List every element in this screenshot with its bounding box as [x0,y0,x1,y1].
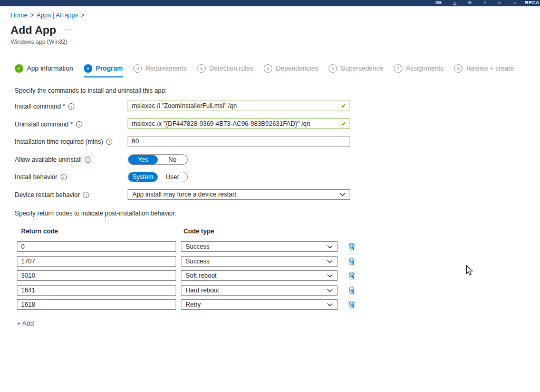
tab-app-information[interactable]: ✓ App information [15,64,73,77]
return-code-field [17,256,176,267]
column-header-code-type: Code type [184,228,214,235]
toggle-option-user[interactable]: User [158,172,187,182]
trash-icon [348,271,355,280]
page-subtitle: Windows app (Win32) [11,38,68,45]
return-code-field [17,270,176,281]
feedback-icon[interactable]: ☺ [497,1,502,5]
return-code-input[interactable] [17,256,176,267]
uninstall-command-field: ✓ [128,119,350,129]
tab-review-create[interactable]: 8 Review + create [454,64,514,77]
breadcrumb-separator: > [30,12,34,19]
return-code-input[interactable] [17,285,176,296]
info-icon[interactable]: i [68,103,74,110]
trash-icon [348,300,355,309]
install-time-input[interactable] [128,136,350,146]
info-icon[interactable]: i [83,192,89,198]
tab-supersedence[interactable]: 6 Supersedence [329,64,383,77]
label-text: Device restart behavior [15,191,80,199]
return-code-input[interactable] [17,270,176,281]
label-text: Install behavior [15,173,57,181]
tab-detection-rules[interactable]: 4 Detection rules [197,64,253,77]
step-label: App information [27,65,73,72]
step-complete-check-icon: ✓ [15,64,23,73]
trash-icon [348,286,355,295]
info-icon[interactable]: i [106,139,112,145]
step-number-badge: 2 [84,64,92,73]
breadcrumb-home-link[interactable]: Home [11,12,27,19]
install-command-label: Install command * i [15,103,74,110]
selected-option: App install may force a device restart [132,191,236,198]
step-number-badge: 4 [197,64,206,73]
delete-row-button[interactable] [348,271,355,280]
delete-row-button[interactable] [348,242,355,251]
tab-dependencies[interactable]: 5 Dependencies [264,64,318,77]
return-code-field [17,285,176,296]
add-app-page: ⌨ △ ⚙ ? ☺ ○ RECA Home>Apps | All apps> A… [0,0,540,392]
install-command-input[interactable] [128,101,350,111]
selected-option: Success [186,243,209,250]
breadcrumb-separator: > [81,12,84,19]
step-label: Assignments [406,65,444,72]
toggle-option-system[interactable]: System [128,172,158,182]
mouse-cursor [466,265,474,277]
tab-program[interactable]: 2 Program [84,64,123,77]
code-type-select[interactable]: Success [181,241,338,252]
code-type-select[interactable]: Hard reboot [181,285,338,296]
allow-available-uninstall-label: Allow available uninstall i [15,156,91,163]
breadcrumb-apps-link[interactable]: Apps | All apps [36,12,78,19]
return-code-field [17,241,176,252]
delete-row-button[interactable] [348,300,355,309]
tab-requirements[interactable]: 3 Requirements [133,64,187,77]
selected-option: Success [186,258,209,265]
device-restart-behavior-select[interactable]: App install may force a device restart [128,189,350,200]
add-return-code-button[interactable]: + Add [17,320,34,327]
label-text: Installation time required (mins) [15,138,103,145]
step-label: Dependencies [276,65,318,72]
return-code-row: Success [17,241,360,252]
install-behavior-label: Install behavior i [15,173,67,181]
return-codes-heading: Specify return codes to indicate post-in… [15,210,177,217]
label-text: Allow available uninstall [15,156,82,163]
trash-icon [348,242,355,251]
uninstall-command-input[interactable] [128,119,350,129]
page-title: Add App [11,24,56,36]
selected-option: Retry [186,301,201,308]
return-code-input[interactable] [17,241,176,252]
notifications-icon[interactable]: △ [453,1,456,5]
return-code-input[interactable] [17,299,176,310]
account-icon[interactable]: ○ [513,1,516,5]
step-label: Program [96,65,123,72]
code-type-select[interactable]: Success [181,256,338,267]
toggle-option-yes[interactable]: Yes [128,155,158,164]
info-icon[interactable]: i [85,156,91,163]
label-text: Uninstall command * [15,121,73,128]
step-number-badge: 6 [329,64,337,73]
title-context-menu-button[interactable]: ··· [65,26,73,33]
step-label: Review + create [466,65,514,72]
keyboard-icon[interactable]: ⌨ [436,1,442,5]
chevron-down-icon [327,303,333,307]
help-icon[interactable]: ? [484,1,486,5]
step-label: Detection rules [209,65,253,72]
chevron-down-icon [327,289,333,292]
tab-assignments[interactable]: 7 Assignments [394,64,444,77]
delete-row-button[interactable] [348,257,355,266]
install-command-field: ✓ [128,101,350,111]
settings-icon[interactable]: ⚙ [468,1,471,5]
wizard-steps: ✓ App information 2 Program 3 Requiremen… [15,64,514,77]
delete-row-button[interactable] [348,286,355,295]
return-code-row: Soft reboot [17,270,360,281]
install-behavior-toggle[interactable]: System User [128,172,188,182]
info-icon[interactable]: i [76,121,82,128]
step-label: Supersedence [341,65,383,72]
info-icon[interactable]: i [61,174,67,180]
return-code-row: Retry [17,299,360,310]
chevron-down-icon [327,274,333,278]
azure-topbar: ⌨ △ ⚙ ? ☺ ○ RECA [0,0,540,6]
step-label: Requirements [146,65,187,72]
return-code-row: Hard reboot [17,285,360,296]
allow-available-uninstall-toggle[interactable]: Yes No [128,154,188,165]
toggle-option-no[interactable]: No [158,155,187,164]
code-type-select[interactable]: Retry [181,299,338,310]
code-type-select[interactable]: Soft reboot [181,270,338,281]
